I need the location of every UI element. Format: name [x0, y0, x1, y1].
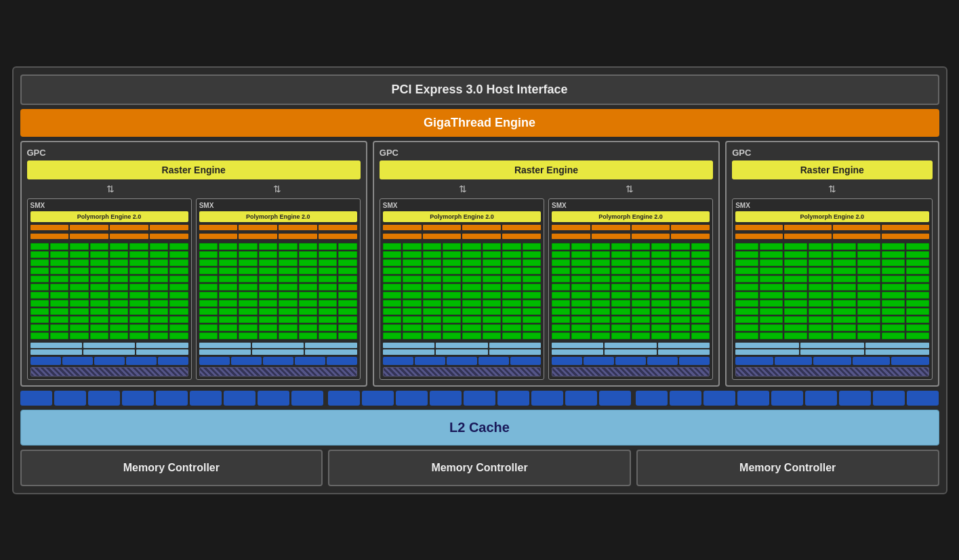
gpc-2-smx-1: SMX Polymorph Engine 2.0 document.write(… — [380, 198, 544, 380]
arrow-icon-5: ⇅ — [828, 184, 836, 194]
memory-controller-2: Memory Controller — [328, 450, 631, 486]
crossconnect-row — [20, 391, 939, 406]
cc-block — [497, 391, 529, 406]
gpc-1-arrows: ⇅ ⇅ — [27, 184, 361, 194]
cc-block — [565, 391, 597, 406]
gpc-3-label: GPC — [732, 148, 932, 158]
cc-block — [805, 391, 837, 406]
cc-block — [873, 391, 905, 406]
cc-block — [636, 391, 668, 406]
cc-block — [156, 391, 188, 406]
gpc-1-smx-row: SMX Polymorph Engine 2.0 document.write(… — [27, 198, 361, 380]
cc-block — [224, 391, 256, 406]
cc-section-3 — [636, 391, 939, 406]
gpc-1-smx-2-label: SMX — [199, 202, 357, 209]
gigathread-label: GigaThread Engine — [424, 116, 535, 129]
memory-controller-row: Memory Controller Memory Controller Memo… — [20, 450, 939, 486]
cc-block — [328, 391, 360, 406]
gpc-1-smx-2: SMX Polymorph Engine 2.0 document.write(… — [196, 198, 361, 380]
cc-block — [20, 391, 52, 406]
pci-label: PCI Express 3.0 Host Interface — [391, 83, 567, 96]
arrow-icon-3: ⇅ — [459, 184, 467, 194]
cc-section-1 — [20, 391, 324, 406]
gpc-3-smx-1: SMX Polymorph Engine 2.0 document.write(… — [732, 198, 932, 380]
gpc-2-smx-2-poly: Polymorph Engine 2.0 — [552, 211, 710, 222]
gpc-3-arrows: ⇅ — [732, 184, 932, 194]
cc-block — [396, 391, 428, 406]
gpc-row: GPC Raster Engine ⇅ ⇅ SMX Polymorph Engi… — [20, 141, 939, 387]
arrow-icon-2: ⇅ — [273, 184, 281, 194]
cc-block — [737, 391, 769, 406]
gpc-2-label: GPC — [380, 148, 713, 158]
gpc-3-smx-1-poly: Polymorph Engine 2.0 — [735, 211, 929, 222]
cc-section-2 — [328, 391, 632, 406]
pci-bar: PCI Express 3.0 Host Interface — [20, 74, 939, 105]
l2-cache-bar: L2 Cache — [20, 410, 939, 446]
gpc-3: GPC Raster Engine ⇅ SMX Polymorph Engine… — [725, 141, 939, 387]
cc-block — [703, 391, 735, 406]
gpc-1: GPC Raster Engine ⇅ ⇅ SMX Polymorph Engi… — [20, 141, 367, 387]
memory-controller-3: Memory Controller — [636, 450, 939, 486]
gpc-3-smx-row: SMX Polymorph Engine 2.0 document.write(… — [732, 198, 932, 380]
gpc-1-smx-1: SMX Polymorph Engine 2.0 document.write(… — [27, 198, 192, 380]
cc-block — [362, 391, 394, 406]
cc-block — [258, 391, 289, 406]
arrow-icon-4: ⇅ — [626, 184, 634, 194]
gpc-2-raster: Raster Engine — [380, 160, 713, 179]
gpu-architecture-diagram: PCI Express 3.0 Host Interface GigaThrea… — [12, 66, 947, 494]
gpc-1-raster: Raster Engine — [27, 160, 361, 179]
gpc-3-raster: Raster Engine — [732, 160, 932, 179]
gpc-2-smx-1-label: SMX — [383, 202, 541, 209]
cc-block — [599, 391, 631, 406]
cc-block — [88, 391, 120, 406]
gpc-2-arrows: ⇅ ⇅ — [380, 184, 713, 194]
gpc-2: GPC Raster Engine ⇅ ⇅ SMX Polymorph Engi… — [373, 141, 720, 387]
gpc-2-smx-2-label: SMX — [552, 202, 710, 209]
cc-block — [771, 391, 803, 406]
cc-block — [430, 391, 462, 406]
gpc-2-smx-row: SMX Polymorph Engine 2.0 document.write(… — [380, 198, 713, 380]
cc-block — [464, 391, 495, 406]
cc-block — [122, 391, 154, 406]
arrow-icon-1: ⇅ — [106, 184, 115, 194]
memory-controller-1: Memory Controller — [20, 450, 323, 486]
gpc-2-smx-1-poly: Polymorph Engine 2.0 — [383, 211, 541, 222]
gpc-1-smx-1-label: SMX — [30, 202, 188, 209]
cc-block — [190, 391, 222, 406]
gpc-2-smx-2: SMX Polymorph Engine 2.0 document.write(… — [548, 198, 713, 380]
cc-block — [907, 391, 939, 406]
gpc-1-label: GPC — [27, 148, 361, 158]
gpc-1-smx-2-poly: Polymorph Engine 2.0 — [199, 211, 357, 222]
cc-block — [531, 391, 563, 406]
cc-block — [291, 391, 323, 406]
gpc-1-smx-1-poly: Polymorph Engine 2.0 — [30, 211, 188, 222]
cc-block — [54, 391, 86, 406]
gigathread-bar: GigaThread Engine — [20, 109, 939, 137]
gpc-3-smx-1-label: SMX — [735, 202, 929, 209]
cc-block — [670, 391, 701, 406]
cc-block — [839, 391, 871, 406]
